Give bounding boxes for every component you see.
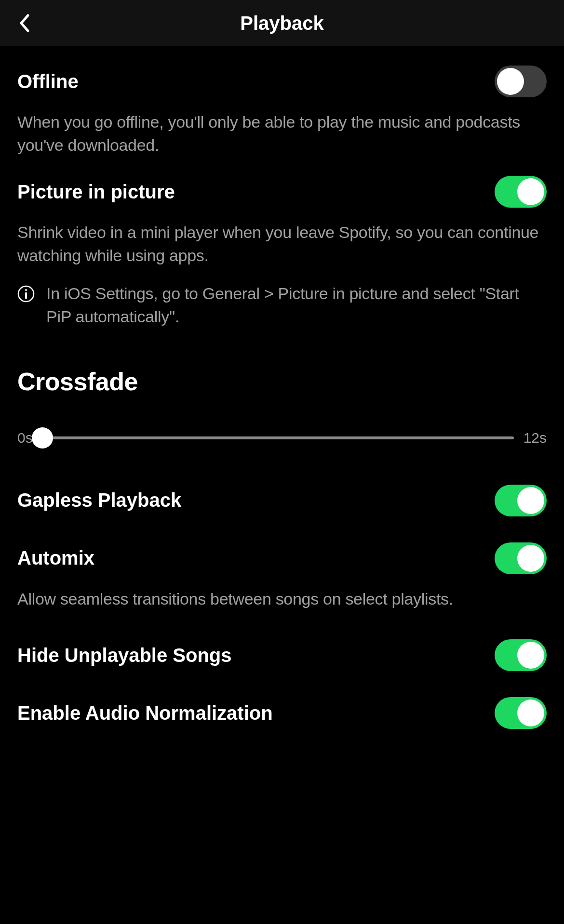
offline-row: Offline <box>17 46 547 97</box>
pip-toggle[interactable] <box>495 176 547 208</box>
normalize-toggle[interactable] <box>495 697 547 729</box>
offline-toggle[interactable] <box>495 66 547 97</box>
pip-info-text: In iOS Settings, go to General > Picture… <box>46 282 547 328</box>
toggle-knob <box>517 700 544 726</box>
hide-unplayable-row: Hide Unplayable Songs <box>17 610 547 671</box>
pip-title: Picture in picture <box>17 181 175 203</box>
page-title: Playback <box>0 13 564 34</box>
toggle-knob <box>517 178 544 205</box>
toggle-knob <box>517 545 544 572</box>
hide-unplayable-title: Hide Unplayable Songs <box>17 645 232 666</box>
svg-point-1 <box>25 289 27 291</box>
gapless-toggle[interactable] <box>495 485 547 516</box>
offline-title: Offline <box>17 71 79 92</box>
normalize-title: Enable Audio Normalization <box>17 702 273 724</box>
settings-content: Offline When you go offline, you'll only… <box>0 46 564 729</box>
pip-row: Picture in picture <box>17 157 547 208</box>
normalize-row: Enable Audio Normalization <box>17 671 547 729</box>
automix-row: Automix <box>17 516 547 574</box>
crossfade-slider-thumb[interactable] <box>32 427 53 449</box>
automix-title: Automix <box>17 547 94 569</box>
crossfade-max-label: 12s <box>524 430 547 446</box>
crossfade-section-title: Crossfade <box>17 329 547 396</box>
gapless-row: Gapless Playback <box>17 456 547 516</box>
info-icon <box>17 285 35 303</box>
gapless-title: Gapless Playback <box>17 489 181 511</box>
automix-description: Allow seamless transitions between songs… <box>17 574 547 611</box>
chevron-left-icon <box>18 13 30 33</box>
hide-unplayable-toggle[interactable] <box>495 639 547 671</box>
pip-info-row: In iOS Settings, go to General > Picture… <box>17 267 547 328</box>
automix-toggle[interactable] <box>495 542 547 574</box>
toggle-knob <box>517 642 544 669</box>
toggle-knob <box>497 68 524 95</box>
pip-description: Shrink video in a mini player when you l… <box>17 208 547 267</box>
svg-rect-2 <box>25 292 27 299</box>
offline-description: When you go offline, you'll only be able… <box>17 97 547 157</box>
header: Playback <box>0 0 564 46</box>
back-button[interactable] <box>14 13 34 33</box>
crossfade-min-label: 0s <box>17 430 33 446</box>
crossfade-slider[interactable] <box>42 436 514 439</box>
toggle-knob <box>517 487 544 514</box>
crossfade-slider-row: 0s 12s <box>17 396 547 456</box>
